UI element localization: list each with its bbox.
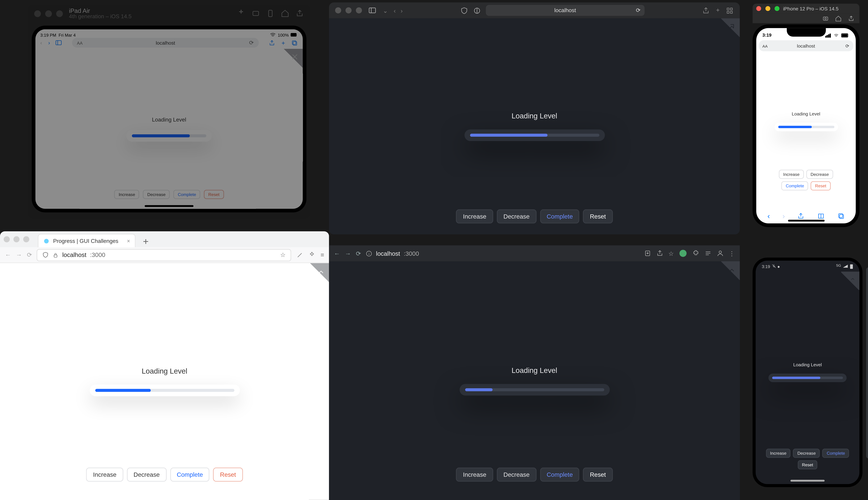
traffic-lights[interactable]	[4, 236, 29, 242]
reset-button[interactable]: Reset	[583, 209, 613, 224]
reload-icon[interactable]: ⟳	[845, 43, 850, 49]
address-bar[interactable]: localhost:3000	[366, 250, 419, 257]
devtools-corner-peel[interactable]	[276, 49, 303, 76]
complete-button[interactable]: Complete	[823, 448, 849, 458]
svg-rect-21	[842, 34, 847, 36]
reset-button[interactable]: Reset	[213, 467, 243, 481]
share-icon[interactable]	[296, 9, 304, 18]
reload-icon[interactable]: ⟳	[636, 7, 641, 13]
bookmarks-icon[interactable]	[817, 213, 825, 220]
devtools-corner-peel[interactable]	[713, 18, 740, 45]
profile-icon[interactable]	[679, 249, 687, 258]
decrease-button[interactable]: Decrease	[127, 467, 167, 481]
increase-button[interactable]: Increase	[456, 467, 493, 481]
home-icon[interactable]	[281, 9, 289, 18]
sparkle-icon[interactable]	[237, 9, 245, 18]
extensions-icon[interactable]	[692, 250, 699, 257]
complete-button[interactable]: Complete	[540, 467, 580, 481]
chevron-down-icon[interactable]: ⌄	[383, 7, 388, 14]
appearance-icon[interactable]	[473, 7, 481, 14]
account-icon[interactable]	[717, 250, 724, 257]
share-icon[interactable]	[702, 7, 710, 14]
back-button[interactable]: ‹	[394, 7, 396, 14]
share-icon[interactable]	[848, 15, 855, 22]
forward-button[interactable]: ›	[783, 212, 785, 220]
share-icon[interactable]	[269, 39, 275, 46]
traffic-lights[interactable]	[335, 7, 362, 13]
increase-button[interactable]: Increase	[456, 209, 493, 224]
increase-button[interactable]: Increase	[779, 170, 804, 179]
text-size-button[interactable]: AA	[77, 41, 83, 45]
reload-icon[interactable]: ⟳	[249, 40, 254, 46]
address-bar[interactable]: AA localhost ⟳	[758, 40, 853, 51]
decrease-button[interactable]: Decrease	[497, 209, 536, 224]
decrease-button[interactable]: Decrease	[806, 170, 833, 179]
screenshot-icon[interactable]	[252, 9, 260, 18]
tabs-icon[interactable]	[726, 7, 734, 14]
increase-button[interactable]: Increase	[86, 467, 123, 481]
reload-button[interactable]: ⟳	[27, 252, 32, 258]
reset-button[interactable]: Reset	[798, 460, 818, 469]
new-tab-icon[interactable]: +	[282, 39, 285, 46]
complete-button[interactable]: Complete	[170, 467, 210, 481]
reading-list-icon[interactable]	[704, 250, 711, 257]
page-title: Loading Level	[792, 111, 820, 116]
sidebar-icon[interactable]	[55, 39, 62, 46]
svg-rect-2	[291, 33, 296, 36]
back-button[interactable]: ←	[5, 252, 11, 258]
reload-button[interactable]: ⟳	[356, 250, 361, 257]
new-tab-icon[interactable]: +	[716, 7, 720, 14]
ipad-title: iPad Air	[69, 7, 132, 14]
forward-button[interactable]: →	[345, 250, 351, 257]
back-button[interactable]: ←	[334, 250, 340, 257]
shield-icon[interactable]	[42, 252, 49, 258]
install-icon[interactable]	[644, 250, 651, 257]
menu-icon[interactable]: ≡	[320, 251, 324, 259]
increase-button[interactable]: Increase	[766, 448, 791, 458]
devtools-corner-peel[interactable]	[841, 272, 859, 290]
reset-button[interactable]: Reset	[811, 181, 831, 191]
svg-point-30	[679, 250, 687, 257]
eyedropper-icon[interactable]	[296, 251, 304, 259]
text-size-button[interactable]: AA	[762, 44, 767, 48]
complete-button[interactable]: Complete	[540, 209, 580, 224]
share-icon[interactable]	[798, 213, 805, 220]
close-tab-icon[interactable]: ×	[127, 238, 130, 244]
shield-icon[interactable]	[460, 7, 468, 14]
extension-icon[interactable]	[308, 251, 316, 259]
portrait-icon[interactable]	[266, 9, 275, 18]
address-bar[interactable]: AA localhost ⟳	[72, 38, 259, 48]
decrease-button[interactable]: Decrease	[497, 467, 536, 481]
svg-rect-3	[56, 41, 61, 45]
share-icon[interactable]	[656, 250, 663, 257]
bookmark-star-icon[interactable]: ☆	[669, 250, 674, 257]
tabs-icon[interactable]	[291, 39, 298, 46]
screenshot-icon[interactable]	[822, 15, 829, 22]
traffic-lights[interactable]	[34, 10, 63, 17]
complete-button[interactable]: Complete	[781, 181, 809, 191]
reset-button[interactable]: Reset	[583, 467, 613, 481]
tabs-icon[interactable]	[837, 213, 845, 220]
forward-button[interactable]: ›	[401, 7, 403, 14]
forward-button[interactable]: →	[16, 252, 22, 258]
traffic-lights[interactable]	[756, 6, 779, 11]
bookmark-star-icon[interactable]: ☆	[280, 252, 286, 258]
back-button[interactable]: ‹	[40, 40, 42, 46]
menu-icon[interactable]: ⋮	[729, 250, 735, 257]
address-bar[interactable]: localhost:3000 ☆	[37, 249, 291, 261]
decrease-button[interactable]: Decrease	[793, 448, 820, 458]
forward-button[interactable]: ›	[48, 40, 50, 46]
home-icon[interactable]	[835, 15, 842, 22]
devtools-corner-peel[interactable]	[713, 261, 740, 288]
sidebar-icon[interactable]	[368, 6, 377, 14]
new-tab-button[interactable]: +	[139, 236, 152, 247]
address-bar[interactable]: localhost ⟳	[486, 5, 644, 16]
info-icon[interactable]	[366, 250, 373, 257]
complete-button[interactable]: Complete	[174, 190, 201, 199]
browser-tab[interactable]: Progress | GUI Challenges ×	[38, 234, 136, 247]
devtools-corner-peel[interactable]	[302, 263, 329, 290]
decrease-button[interactable]: Decrease	[143, 190, 170, 199]
increase-button[interactable]: Increase	[114, 190, 139, 199]
reset-button[interactable]: Reset	[204, 190, 224, 199]
back-button[interactable]: ‹	[767, 212, 770, 220]
